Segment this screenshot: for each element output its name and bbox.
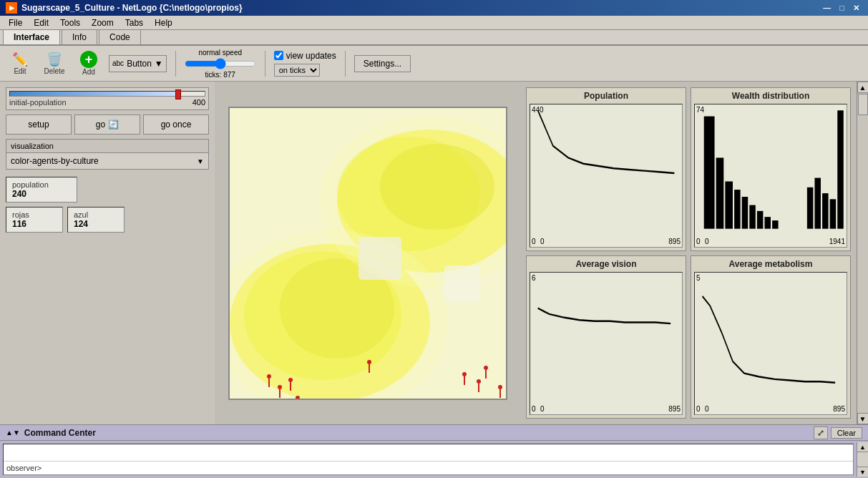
command-center-header: ▲▼ Command Center ⤢ Clear [0,425,868,441]
menu-bar: File Edit Tools Zoom Tabs Help [0,16,868,30]
on-ticks-select[interactable]: on ticks [274,64,320,77]
add-icon: + [80,51,97,68]
maximize-button[interactable]: □ [837,4,847,13]
speed-control: normal speed ticks: 877 [185,49,256,79]
command-input[interactable] [44,463,850,473]
scroll-up-button[interactable]: ▲ [857,82,869,93]
avg-vision-chart-area: 6 0 0 895 [530,272,683,416]
avg-metabolism-chart: Average metabolism 5 0 0 895 [691,255,851,419]
command-center-expand-icon[interactable]: ▲▼ [6,429,20,436]
title-bar: ▶ Sugarscape_5_Culture - NetLogo {C:\net… [0,0,868,16]
wealth-x-end: 1941 [829,238,845,245]
svg-point-10 [267,374,271,379]
cmd-scroll-up[interactable]: ▲ [857,442,869,452]
speed-label: normal speed [198,49,242,57]
avg-vision-chart: Average vision 6 0 0 895 [526,255,686,419]
ticks-counter: ticks: 877 [205,71,235,79]
wealth-y-min: 0 [696,238,701,245]
population-monitor: population 240 [6,177,77,203]
app-icon: ▶ [6,2,17,14]
svg-point-80 [367,360,371,364]
widget-type-dropdown[interactable]: abc Button ▼ [109,55,167,72]
dropdown-arrow-icon: ▼ [155,59,163,69]
slider-thumb[interactable] [175,89,181,99]
wealth-x-start: 0 [705,238,709,245]
menu-help[interactable]: Help [149,16,178,29]
right-panel: Population 440 0 0 895 Wealth distributi… [520,82,857,424]
svg-point-66 [477,379,481,384]
minimize-button[interactable]: — [820,4,834,13]
scroll-thumb[interactable] [858,94,868,115]
svg-rect-171 [837,110,843,228]
add-button[interactable]: + Add [74,49,103,78]
view-updates-area: view updates on ticks [274,51,336,77]
clear-button[interactable]: Clear [831,427,862,439]
tab-code[interactable]: Code [99,29,141,44]
setup-button[interactable]: setup [6,114,72,135]
close-button[interactable]: ✕ [850,4,862,13]
settings-button[interactable]: Settings... [354,55,411,72]
svg-rect-170 [830,199,836,228]
menu-file[interactable]: File [3,16,28,29]
pop-y-max: 440 [532,106,544,114]
menu-tools[interactable]: Tools [54,16,86,29]
wealth-chart-area: 74 0 0 1941 [694,104,847,248]
menu-zoom[interactable]: Zoom [86,16,120,29]
expand-icon[interactable]: ⤢ [814,426,828,439]
wealth-chart-title: Wealth distribution [694,91,847,101]
metabolism-y-min: 0 [696,405,701,413]
charts-grid: Population 440 0 0 895 Wealth distributi… [526,87,851,419]
svg-rect-168 [814,178,820,229]
avg-vision-svg [530,273,682,415]
population-chart-title: Population [530,91,683,101]
avg-vision-chart-title: Average vision [530,259,683,269]
svg-rect-160 [725,182,733,229]
tab-info[interactable]: Info [62,29,97,44]
left-panel: initial-population 400 setup go 🔄 go onc… [0,82,215,424]
tab-bar: Interface Info Code [0,30,868,46]
view-updates-label: view updates [286,51,336,61]
svg-rect-162 [742,197,748,229]
toolbar-separator-2 [265,51,265,77]
edit-button[interactable]: ✏️ Edit [6,49,34,78]
scroll-down-button[interactable]: ▼ [857,413,869,424]
avg-metabolism-chart-area: 5 0 0 895 [694,272,847,416]
delete-icon: 🗑️ [47,52,62,67]
metabolism-x-start: 0 [705,405,709,413]
population-monitor-label: population [12,180,71,189]
menu-tabs[interactable]: Tabs [120,16,149,29]
go-loop-icon: 🔄 [108,120,119,130]
svg-rect-9 [444,265,480,301]
right-scrollbar: ▲ ▼ [857,82,868,424]
slider-fill [10,92,175,96]
dropdown-arrow-icon: ▼ [197,157,204,165]
go-once-button[interactable]: go once [143,114,209,135]
go-button[interactable]: go 🔄 [74,114,140,135]
team-monitors: rojas 116 azul 124 [6,207,209,233]
pop-x-start: 0 [540,238,545,245]
toolbar-separator-3 [345,51,346,77]
rojas-monitor: rojas 116 [6,207,63,233]
delete-button[interactable]: 🗑️ Delete [40,49,69,78]
svg-rect-8 [359,237,401,280]
toolbar: ✏️ Edit 🗑️ Delete + Add abc Button ▼ nor… [0,46,868,82]
svg-point-72 [498,385,502,389]
svg-rect-158 [704,117,715,229]
view-updates-checkbox[interactable] [274,51,283,60]
menu-edit[interactable]: Edit [28,16,54,29]
delete-label: Delete [44,67,65,75]
speed-slider[interactable] [185,58,256,69]
tab-interface[interactable]: Interface [3,29,60,44]
dropdown-select[interactable]: color-agents-by-culture ▼ [6,153,208,169]
simulation-world [228,107,507,400]
avg-metabolism-chart-title: Average metabolism [694,259,847,269]
control-buttons: setup go 🔄 go once [6,114,209,135]
svg-rect-159 [716,157,724,228]
metabolism-y-max: 5 [696,274,701,282]
slider-track[interactable] [9,91,205,97]
svg-rect-161 [734,190,740,229]
svg-point-14 [288,378,293,382]
cmd-scroll-down[interactable]: ▼ [857,467,869,477]
command-input-row: observer> [4,461,853,474]
visualization-dropdown[interactable]: visualization color-agents-by-culture ▼ [6,139,209,170]
